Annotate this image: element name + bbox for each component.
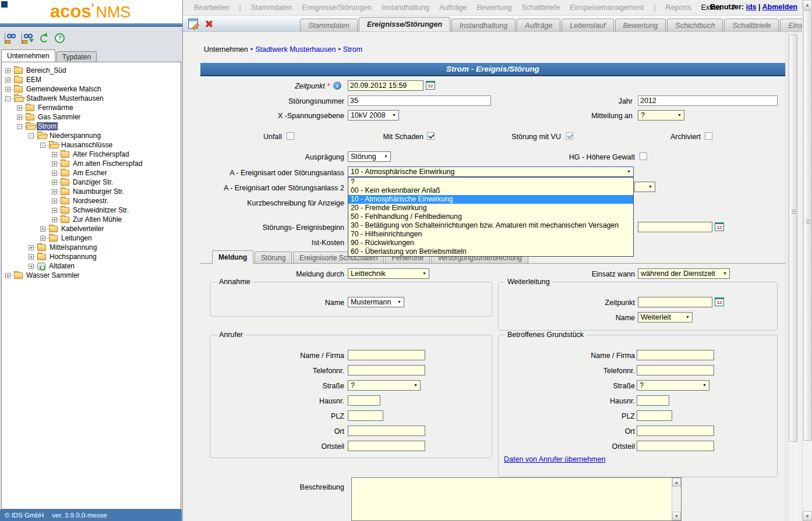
expand-icon[interactable]: +: [40, 236, 45, 241]
textarea-scrollbar[interactable]: ▲ ▼: [672, 478, 681, 520]
collapse-icon[interactable]: -: [29, 133, 34, 139]
beschreibung-textarea[interactable]: ▲ ▼: [351, 477, 682, 521]
tree-item-label[interactable]: Am Escher: [72, 169, 108, 177]
tree-item-schweidnitzer-str[interactable]: +Schweidnitzer Str.: [2, 205, 181, 215]
tab-ereignisse-st-rungen[interactable]: Ereignisse/Störungen: [359, 17, 450, 31]
tab-unternehmen[interactable]: Unternehmen: [1, 49, 55, 62]
dropdown-option-30-bet-tigung-von-schalteinrichtungen-bzw-amaturen-mit-mechanischen-versagen[interactable]: 30 - Betätigung von Schalteinrichtungen …: [348, 221, 633, 230]
grundstueck-plz-input[interactable]: [637, 410, 672, 421]
stoerungsnummer-input[interactable]: 35: [348, 95, 491, 106]
expand-icon[interactable]: +: [29, 245, 34, 250]
ereignisart2-select[interactable]: ▼: [634, 182, 655, 192]
dropdown-arrow-icon[interactable]: ▼: [392, 111, 396, 120]
auspraegung-select[interactable]: Störung▼: [348, 151, 391, 162]
expand-icon[interactable]: +: [29, 254, 34, 260]
search-tree-icon[interactable]: [4, 32, 17, 45]
jahr-input[interactable]: 2012: [638, 95, 778, 106]
tree-item-label[interactable]: Strom: [37, 122, 58, 130]
grundstueck-hausnr-input[interactable]: [637, 395, 669, 406]
tree-item-label[interactable]: Leitungen: [60, 234, 93, 242]
tree-item-label[interactable]: Niederspannung: [48, 132, 102, 140]
tree-item-label[interactable]: Naumburger Str.: [72, 187, 125, 196]
expand-icon[interactable]: +: [5, 77, 10, 83]
search-tree-add-icon[interactable]: [21, 32, 34, 45]
tab-schaltbriefe[interactable]: Schaltbriefe: [724, 19, 779, 31]
spannungsebene-select[interactable]: 10kV 2008▼: [348, 110, 399, 120]
ereignisbeginn-input[interactable]: [638, 222, 712, 232]
mitteilung-an-select[interactable]: ?▼: [638, 110, 684, 120]
tree-item-mittelspannung[interactable]: +Mittelspannung: [2, 243, 181, 252]
tab-stammdaten[interactable]: Stammdaten: [300, 19, 358, 31]
anrufer-name-firma-input[interactable]: [348, 350, 425, 360]
expand-icon[interactable]: +: [52, 217, 57, 222]
expand-icon[interactable]: +: [52, 208, 57, 213]
tree-item-label[interactable]: Alter Fischerspfad: [72, 150, 130, 158]
tree-item-label[interactable]: Stadtwerk Musterhausen: [25, 94, 105, 102]
collapse-icon[interactable]: -: [40, 143, 45, 148]
grundstueck-ortsteil-input[interactable]: [637, 441, 714, 451]
user-name-link[interactable]: ids: [746, 3, 757, 11]
anrufer-ortsteil-input[interactable]: [348, 441, 425, 451]
tab-bewertung[interactable]: Bewertung: [615, 19, 666, 31]
tree-item-label[interactable]: Wasser Sammler: [25, 271, 81, 279]
tree-item-leitungen[interactable]: +Leitungen: [2, 233, 181, 243]
dropdown-option-10-atmosph-rische-einwirkung[interactable]: 10 - Atmosphärische Einwirkung: [348, 195, 633, 204]
anrufer-strasse-select[interactable]: ?▼: [348, 380, 421, 391]
tree-item-hausanschl-sse[interactable]: -Hausanschlüsse: [2, 140, 181, 150]
zeitpunkt-input[interactable]: 20.09.2012 15:59: [348, 80, 423, 91]
tab-meldung[interactable]: Meldung: [212, 250, 253, 264]
expand-icon[interactable]: +: [40, 226, 45, 232]
dropdown-arrow-icon[interactable]: ▼: [414, 381, 418, 390]
expand-icon[interactable]: +: [52, 171, 57, 176]
grundstueck-ort-input[interactable]: [637, 426, 714, 436]
form-scrollbar-thumb[interactable]: [789, 34, 797, 442]
tree-item-label[interactable]: Bereich_Süd: [25, 66, 68, 75]
tree-item-label[interactable]: Mittelspannung: [48, 243, 98, 251]
scroll-down-icon[interactable]: ▼: [803, 511, 812, 521]
tab-schichtbuch[interactable]: Schichtbuch: [667, 19, 723, 31]
expand-icon[interactable]: +: [17, 105, 22, 111]
tab-auftr-ge[interactable]: Aufträge: [517, 19, 560, 31]
weiterleitung-zeitpunkt-input[interactable]: [638, 297, 712, 307]
expand-icon[interactable]: +: [52, 152, 57, 157]
calendar-icon[interactable]: [426, 81, 435, 90]
collapse-icon[interactable]: -: [5, 96, 10, 101]
info-icon[interactable]: i: [333, 81, 341, 90]
dropdown-option-item[interactable]: ?: [348, 178, 633, 186]
tree-item-am-alten-fischerspfad[interactable]: +Am alten Fischerspfad: [2, 159, 181, 168]
dropdown-option-50-fehlhandlung-fehlbedienung[interactable]: 50 - Fehlhandlung / Fehlbedienung: [348, 212, 633, 221]
tree-item-label[interactable]: EEM: [25, 76, 43, 84]
expand-icon[interactable]: +: [52, 180, 57, 185]
tree-item-am-escher[interactable]: +Am Escher: [2, 168, 181, 178]
einsatz-wann-select[interactable]: während der Dienstzeit▼: [638, 268, 730, 279]
tree-item-fernw-rme[interactable]: +Fernwärme: [2, 103, 181, 112]
expand-icon[interactable]: +: [5, 68, 10, 73]
mit-schaden-checkbox[interactable]: [427, 132, 435, 140]
dropdown-arrow-icon[interactable]: ▼: [422, 269, 426, 278]
meldung-durch-select[interactable]: Leittechnik▼: [348, 268, 429, 279]
tree-item-kabelverteiler[interactable]: +Kabelverteiler: [2, 224, 181, 233]
tree-item-label[interactable]: Zur Alten Mühle: [72, 215, 123, 224]
refresh-icon[interactable]: [38, 32, 51, 45]
expand-icon[interactable]: +: [52, 161, 57, 166]
grundstueck-strasse-select[interactable]: ?▼: [637, 380, 709, 391]
tree-item-label[interactable]: Gemeindewerke Malsch: [25, 85, 103, 93]
dropdown-option-00-kein-erkennbarer-anla[interactable]: 00 - Kein erkennbarer Anlaß: [348, 186, 633, 195]
hg-checkbox[interactable]: [640, 153, 647, 160]
tree-item-altdaten[interactable]: +Altdaten: [2, 261, 181, 271]
tab-lebenslauf[interactable]: Lebenslauf: [562, 19, 613, 31]
tree-item-label[interactable]: Hochspannung: [48, 253, 98, 261]
grundstueck-name-firma-input[interactable]: [637, 350, 714, 360]
tree-item-nordseestr[interactable]: +Nordseestr.: [2, 196, 181, 205]
tree-item-wasser-sammler[interactable]: +Wasser Sammler: [2, 271, 181, 280]
tree-item-label[interactable]: Kabelverteiler: [60, 225, 105, 233]
window-scrollbar[interactable]: ▲ ▼: [802, 0, 812, 521]
ereignisart-select[interactable]: 10 - Atmosphärische Einwirkung▼: [348, 166, 634, 177]
tree-item-zur-alten-m-hle[interactable]: +Zur Alten Mühle: [2, 215, 181, 224]
dropdown-arrow-icon[interactable]: ▼: [627, 167, 631, 176]
dropdown-option-70-hilfseinrichtungen[interactable]: 70 - Hilfseinrichtungen: [348, 230, 633, 239]
tree-item-naumburger-str[interactable]: +Naumburger Str.: [2, 187, 181, 196]
tree-item-label[interactable]: Altdaten: [48, 262, 76, 270]
dropdown-option-90-r-ckwirkungen[interactable]: 90 - Rückwirkungen: [348, 239, 633, 247]
annahme-name-select[interactable]: Mustermann▼: [348, 297, 404, 307]
